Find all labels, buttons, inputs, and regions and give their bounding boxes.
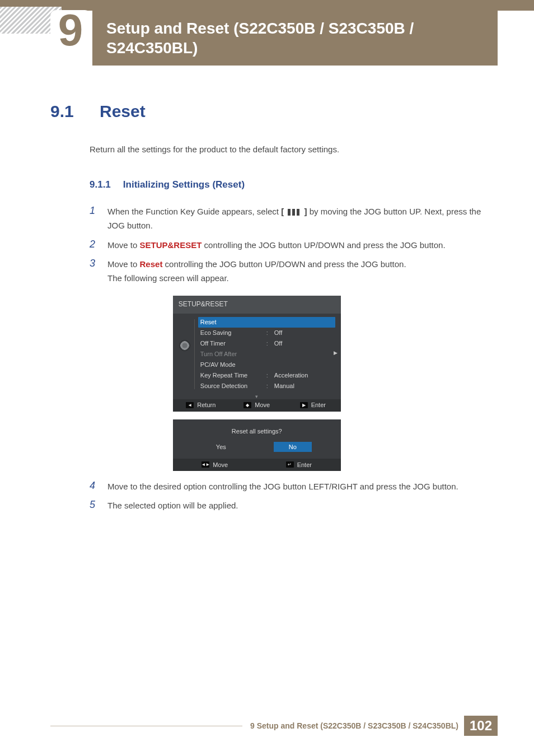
footer-text: 9 Setup and Reset (S22C350B / S23C350B /…	[242, 721, 464, 730]
osd-screenshot: SETUP&RESET ResetEco Saving:OffOff Timer…	[173, 296, 341, 471]
step-text: Move to Reset controlling the JOG button…	[107, 258, 406, 474]
section-number: 9.1	[50, 102, 83, 121]
step-1: 1 When the Function Key Guide appears, s…	[90, 205, 484, 233]
osd-row[interactable]: Reset	[198, 317, 335, 328]
subsection-header: 9.1.1 Initializing Settings (Reset)	[90, 179, 484, 190]
text: When the Function Key Guide appears, sel…	[107, 207, 281, 216]
caret-right-icon: ▶	[334, 349, 338, 357]
menu-icon	[287, 208, 301, 216]
steps-list: 1 When the Function Key Guide appears, s…	[90, 205, 484, 513]
header-bar: Setup and Reset (S22C350B / S23C350B / S…	[92, 11, 498, 66]
dialog-yes-button[interactable]: Yes	[202, 442, 240, 452]
step-4: 4 Move to the desired option controlling…	[90, 480, 484, 494]
text: controlling the JOG button UP/DOWN and p…	[202, 240, 445, 250]
hint-label: Return	[197, 400, 216, 410]
step-number: 3	[90, 258, 97, 474]
step-text: Move to SETUP&RESET controlling the JOG …	[107, 239, 446, 253]
osd-row-label: Eco Saving	[200, 328, 263, 338]
keyword: SETUP&RESET	[140, 240, 202, 250]
section-header: 9.1 Reset	[50, 102, 484, 121]
osd-row-value: Manual	[274, 381, 333, 391]
enter-icon: ▶	[300, 402, 308, 408]
gear-icon	[180, 340, 190, 351]
osd-title: SETUP&RESET	[173, 296, 341, 314]
chevron-down-icon: ▾	[173, 393, 341, 399]
osd-row[interactable]: Turn Off After	[198, 349, 335, 360]
step-number: 1	[90, 205, 97, 233]
step-text: Move to the desired option controlling t…	[107, 480, 458, 494]
osd-row-value: Off	[274, 328, 333, 338]
osd-row-label: Source Detection	[200, 381, 263, 391]
hint-label: Enter	[297, 460, 312, 470]
page-number: 102	[464, 716, 498, 736]
chapter-number-box: 9	[50, 10, 91, 50]
keyword: Reset	[140, 259, 163, 269]
osd-row-label: Off Timer	[200, 338, 263, 348]
osd-row-label: Reset	[200, 317, 263, 327]
divider	[194, 319, 195, 389]
move-icon: ◄►	[202, 461, 209, 468]
step-number: 4	[90, 480, 97, 494]
osd-row-label: PC/AV Mode	[200, 360, 263, 370]
colon: :	[266, 328, 271, 338]
subsection-number: 9.1.1	[90, 179, 111, 190]
bracket: ]	[305, 207, 307, 216]
chapter-title: Setup and Reset (S22C350B / S23C350B / S…	[106, 18, 498, 58]
chapter-badge: 9	[40, 7, 96, 68]
step-number: 2	[90, 239, 97, 253]
subsection-title: Initializing Settings (Reset)	[123, 179, 245, 190]
hint-label: Move	[255, 400, 270, 410]
section-title: Reset	[100, 102, 146, 121]
osd-row-value: Off	[274, 338, 333, 348]
osd-row[interactable]: Key Repeat Time:Acceleration	[198, 370, 335, 381]
dialog-question: Reset all settings?	[173, 419, 341, 442]
step-number: 5	[90, 499, 97, 513]
hint-label: Enter	[311, 400, 326, 410]
footer: 9 Setup and Reset (S22C350B / S23C350B /…	[0, 716, 534, 736]
colon: :	[266, 370, 271, 380]
osd-row-value: Acceleration	[274, 370, 333, 380]
step-3: 3 Move to Reset controlling the JOG butt…	[90, 258, 484, 474]
move-icon: ◆	[243, 402, 251, 408]
osd-row[interactable]: Eco Saving:Off	[198, 328, 335, 338]
osd-row-label: Key Repeat Time	[200, 370, 263, 380]
chapter-number: 9	[58, 8, 83, 53]
text: Move to	[107, 240, 140, 250]
osd-row[interactable]: Source Detection:Manual	[198, 381, 335, 391]
enter-icon: ↵	[286, 461, 294, 468]
step-text: The selected option will be applied.	[107, 499, 238, 513]
osd-hint-bar: ◄Return ◆Move ▶Enter	[173, 399, 341, 412]
dialog-no-button[interactable]: No	[274, 442, 312, 452]
return-icon: ◄	[186, 402, 194, 408]
osd-row[interactable]: Off Timer:Off	[198, 338, 335, 349]
text: Move to	[107, 259, 140, 269]
step-text: When the Function Key Guide appears, sel…	[107, 205, 484, 233]
content: 9.1 Reset Return all the settings for th…	[0, 66, 534, 513]
text: The following screen will appear.	[107, 273, 229, 283]
dialog-hint-bar: ◄►Move ↵Enter	[173, 459, 341, 471]
section-intro: Return all the settings for the product …	[90, 144, 484, 154]
step-2: 2 Move to SETUP&RESET controlling the JO…	[90, 239, 484, 253]
text: controlling the JOG button UP/DOWN and p…	[162, 259, 406, 269]
step-5: 5 The selected option will be applied.	[90, 499, 484, 513]
confirm-dialog: Reset all settings? Yes No ◄►Move ↵Enter	[173, 419, 341, 471]
osd-row[interactable]: PC/AV Mode	[198, 360, 335, 370]
footer-rule	[50, 725, 242, 727]
colon: :	[266, 338, 271, 348]
osd-row-label: Turn Off After	[200, 349, 263, 359]
bracket: [	[281, 207, 284, 216]
colon: :	[266, 381, 271, 391]
hint-label: Move	[213, 460, 228, 470]
